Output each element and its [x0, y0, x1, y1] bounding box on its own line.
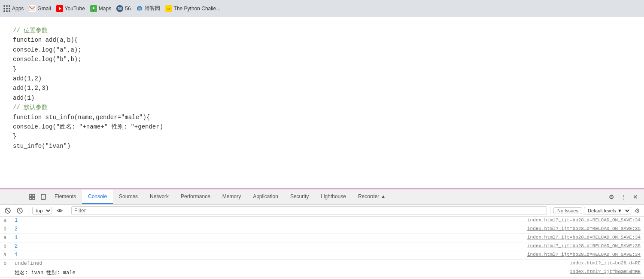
more-options-icon[interactable]: ⋮ — [618, 192, 629, 202]
console-settings-icon[interactable]: ⚙ — [633, 206, 641, 215]
youtube-icon — [56, 5, 63, 12]
56-bookmark[interactable]: 56 56 — [116, 5, 131, 12]
python-icon: P — [165, 5, 172, 12]
tab-application[interactable]: Application — [247, 190, 284, 204]
tab-console[interactable]: Console — [82, 190, 113, 204]
inspect-element-icon[interactable] — [27, 192, 37, 202]
close-devtools-icon[interactable]: ✕ — [630, 192, 641, 202]
code-line-9: // 默认参数 — [13, 103, 631, 112]
svg-line-23 — [6, 209, 9, 212]
console-output: a 1 index.html?_ijt=bo28…d=RELOAD_ON_SAV… — [0, 217, 644, 279]
console-value-1c: 1 — [15, 252, 527, 258]
console-label-b2: b — [3, 243, 12, 249]
youtube-bookmark[interactable]: YouTube — [56, 5, 85, 12]
code-line-3: console.log("a",a); — [13, 45, 631, 55]
apps-label: Apps — [12, 6, 24, 12]
code-line-6: add(1,2) — [13, 74, 631, 83]
code-line-5: } — [13, 64, 631, 74]
svg-point-5 — [93, 7, 94, 9]
code-line-7: add(1,2,3) — [13, 83, 631, 93]
eye-icon[interactable] — [55, 205, 65, 216]
tab-performance[interactable]: Performance — [175, 190, 216, 204]
context-selector[interactable]: top — [32, 207, 52, 215]
device-toolbar-icon[interactable] — [38, 192, 49, 202]
filter-input[interactable] — [71, 206, 547, 215]
default-levels-selector[interactable]: Default levels ▼ — [584, 207, 631, 215]
svg-rect-19 — [33, 197, 35, 199]
console-toolbar: top No Issues Default levels ▼ ⚙ — [0, 205, 644, 217]
console-line-a1c: a 1 index.html?_ijt=bo28…d=RELOAD_ON_SAV… — [0, 251, 644, 260]
apps-bookmark[interactable]: Apps — [3, 5, 24, 12]
svg-text:园: 园 — [138, 7, 141, 11]
console-link-4[interactable]: index.html?_ijt=bo28…d=RELOAD_ON_SAVE:35 — [527, 243, 641, 248]
code-line-12: } — [13, 132, 631, 141]
gmail-icon — [29, 5, 36, 12]
watermark: Yuucn.com — [614, 269, 640, 275]
console-label-a: a — [3, 218, 12, 224]
toolbar-divider-3 — [550, 207, 550, 214]
blog-bookmark[interactable]: 园 博客园 — [136, 5, 160, 12]
maps-label: Maps — [99, 6, 111, 12]
tab-memory[interactable]: Memory — [216, 190, 247, 204]
code-line-4: console.log("b",b); — [13, 55, 631, 64]
console-link-3[interactable]: index.html?_ijt=bo28…d=RELOAD_ON_SAVE:34 — [527, 235, 641, 240]
clear-console-icon[interactable] — [3, 205, 13, 216]
devtools-tab-bar: Elements Console Sources Network Perform… — [0, 190, 644, 205]
maps-bookmark[interactable]: Maps — [90, 5, 111, 12]
tab-elements[interactable]: Elements — [49, 190, 82, 204]
svg-rect-20 — [41, 194, 46, 199]
python-label: The Python Challe... — [174, 6, 221, 12]
console-line-a1b: a 1 index.html?_ijt=bo28…d=RELOAD_ON_SAV… — [0, 234, 644, 242]
code-line-8: add(1) — [13, 93, 631, 103]
code-line-10: function stu_info(name,gender="male"){ — [13, 113, 631, 122]
svg-rect-16 — [30, 194, 32, 196]
browser-bar: Apps Gmail YouTube Maps 56 56 园 博客园 P Th… — [0, 0, 644, 17]
console-line-b-undef: b undefined index.html?_ijt=bo28…d=RE — [0, 260, 644, 268]
console-value-undef: undefined — [15, 261, 570, 267]
console-label-b: b — [3, 226, 12, 232]
blog-icon: 园 — [136, 5, 143, 12]
console-value-stu: 姓名: ivan 性别: male — [15, 269, 570, 276]
maps-icon — [90, 5, 97, 12]
svg-point-25 — [59, 210, 61, 212]
youtube-label: YouTube — [65, 6, 85, 12]
console-line-stu: 姓名: ivan 性别: male index.html?_ijt=bo28…d… — [0, 268, 644, 278]
devtools-right-toolbar: ⚙ ⋮ ✕ — [606, 190, 644, 204]
code-line-2: function add(a,b){ — [13, 35, 631, 45]
tab-sources[interactable]: Sources — [113, 190, 144, 204]
console-label-a3: a — [3, 252, 12, 258]
settings-icon[interactable]: ⚙ — [606, 192, 617, 202]
python-bookmark[interactable]: P The Python Challe... — [165, 5, 221, 12]
console-label-b3: b — [3, 261, 12, 267]
devtools-panel: Elements Console Sources Network Perform… — [0, 189, 644, 279]
blog-label: 博客园 — [145, 5, 160, 12]
console-link-5[interactable]: index.html?_ijt=bo28…d=RELOAD_ON_SAVE:34 — [527, 252, 641, 257]
gmail-label: Gmail — [37, 6, 51, 12]
preserve-log-icon[interactable] — [15, 205, 25, 216]
code-line-11: console.log("姓名: "+name+" 性别: "+gender) — [13, 122, 631, 132]
main-content: // 位置参数 function add(a,b){ console.log("… — [0, 17, 644, 189]
tab-network[interactable]: Network — [144, 190, 175, 204]
tab-security[interactable]: Security — [284, 190, 315, 204]
console-line-b2b: b 2 index.html?_ijt=bo28…d=RELOAD_ON_SAV… — [0, 242, 644, 251]
toolbar-divider-2 — [68, 207, 68, 214]
console-link-2[interactable]: index.html?_ijt=bo28…d=RELOAD_ON_SAVE:35 — [527, 226, 641, 231]
console-link-1[interactable]: index.html?_ijt=bo28…d=RELOAD_ON_SAVE:34 — [527, 218, 641, 223]
console-line-a1: a 1 index.html?_ijt=bo28…d=RELOAD_ON_SAV… — [0, 217, 644, 225]
tab-recorder[interactable]: Recorder ▲ — [352, 190, 392, 204]
console-line-b2a: b 2 index.html?_ijt=bo28…d=RELOAD_ON_SAV… — [0, 225, 644, 234]
svg-text:P: P — [167, 7, 170, 11]
apps-grid-icon — [3, 5, 10, 12]
56-icon: 56 — [116, 5, 123, 12]
tab-lighthouse[interactable]: Lighthouse — [315, 190, 352, 204]
console-value-2a: 2 — [15, 226, 527, 232]
no-issues-button[interactable]: No Issues — [553, 207, 582, 214]
56-label: 56 — [125, 6, 131, 12]
code-line-13: stu_info("ivan") — [13, 141, 631, 151]
devtools-left-icons — [24, 190, 49, 204]
gmail-bookmark[interactable]: Gmail — [29, 5, 51, 12]
svg-rect-18 — [30, 197, 32, 199]
toolbar-divider-1 — [28, 207, 28, 214]
console-value-2b: 2 — [15, 243, 527, 249]
console-link-6[interactable]: index.html?_ijt=bo28…d=RE — [570, 261, 641, 266]
